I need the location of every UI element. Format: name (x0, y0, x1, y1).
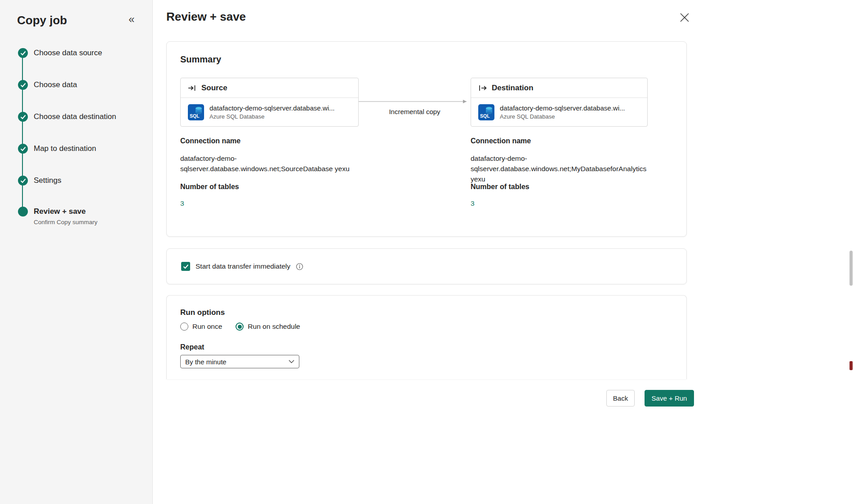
destination-connection-label: Connection name (471, 137, 531, 145)
step-circle-complete (18, 80, 28, 90)
step-circle-complete (18, 112, 28, 122)
scrollbar-thumb[interactable] (850, 251, 853, 286)
transfer-card: Start data transfer immediately (166, 248, 687, 284)
save-run-button[interactable]: Save + Run (645, 390, 694, 407)
check-icon (20, 146, 26, 151)
page-title: Review + save (166, 10, 246, 24)
scrollbar-marker (850, 361, 853, 370)
sidebar-item-choose-data[interactable]: Choose data (34, 80, 77, 90)
run-on-schedule-radio[interactable]: Run on schedule (236, 323, 300, 331)
source-db-name: datafactory-demo-sqlserver.database.wi..… (209, 104, 334, 112)
close-icon[interactable] (678, 11, 691, 24)
radio-circle-selected (236, 323, 244, 331)
step-circle-complete (18, 48, 28, 58)
destination-connection-value: datafactory-demo-sqlserver.database.wind… (471, 153, 651, 184)
sidebar-item-review-save[interactable]: Review + save (34, 207, 86, 217)
arrow-from-bar-icon (478, 84, 487, 92)
source-panel-header: Source (181, 78, 358, 98)
step-sublabel: Confirm Copy summary (34, 219, 98, 225)
destination-panel-body: SQL datafactory-demo-sqlserver.database.… (471, 98, 647, 126)
start-immediately-checkbox[interactable] (181, 262, 190, 271)
destination-panel: Destination SQL datafactory-demo-sqlserv… (471, 78, 648, 127)
collapse-sidebar-icon[interactable]: « (129, 13, 134, 26)
repeat-select-value: By the minute (185, 358, 227, 366)
copy-flow-arrow (359, 98, 471, 105)
destination-panel-header: Destination (471, 78, 647, 98)
svg-text:SQL: SQL (190, 113, 200, 119)
sidebar-item-settings[interactable]: Settings (34, 176, 61, 186)
destination-tables-count: 3 (471, 199, 475, 208)
step-circle-current (18, 207, 28, 217)
copy-type-label: Incremental copy (359, 108, 471, 115)
radio-circle (180, 323, 188, 331)
source-panel-title: Source (201, 84, 227, 93)
source-db-type: Azure SQL Database (209, 113, 334, 120)
check-icon (20, 178, 26, 183)
source-tables-count: 3 (180, 199, 184, 208)
summary-title: Summary (180, 54, 221, 65)
source-panel-body: SQL datafactory-demo-sqlserver.database.… (181, 98, 358, 126)
repeat-select[interactable]: By the minute (180, 355, 299, 368)
run-options-title: Run options (180, 308, 225, 317)
sidebar-item-map-to-destination[interactable]: Map to destination (34, 144, 96, 154)
source-connection-value: datafactory-demo-sqlserver.database.wind… (180, 153, 361, 174)
step-circle-complete (18, 176, 28, 186)
destination-tables-label: Number of tables (471, 183, 529, 191)
run-on-schedule-label: Run on schedule (248, 323, 300, 331)
azure-sql-database-icon: SQL (188, 104, 204, 120)
check-icon (20, 83, 26, 88)
step-connector-line (22, 53, 23, 212)
wizard-sidebar: Copy job « Choose data source Choose dat… (0, 0, 153, 504)
run-once-radio[interactable]: Run once (180, 323, 222, 331)
step-circle-complete (18, 144, 28, 154)
back-button[interactable]: Back (606, 390, 635, 407)
destination-db-type: Azure SQL Database (500, 113, 625, 120)
svg-text:SQL: SQL (480, 113, 490, 119)
start-immediately-label: Start data transfer immediately (196, 262, 290, 270)
destination-panel-title: Destination (492, 84, 534, 93)
sidebar-item-choose-data-destination[interactable]: Choose data destination (34, 112, 116, 122)
info-icon[interactable] (296, 263, 303, 270)
arrow-into-bar-icon (188, 84, 197, 92)
destination-db-name: datafactory-demo-sqlserver.database.wi..… (500, 104, 625, 112)
source-connection-label: Connection name (180, 137, 240, 145)
sidebar-title: Copy job (17, 13, 67, 27)
sidebar-item-choose-data-source[interactable]: Choose data source (34, 48, 102, 58)
check-icon (20, 115, 26, 119)
repeat-label: Repeat (180, 343, 204, 351)
run-options-card: Run options Run once Run on schedule Rep… (166, 295, 687, 379)
run-once-label: Run once (192, 323, 222, 331)
check-icon (183, 264, 189, 269)
summary-card: Summary Source SQL datafactory-demo-sqls… (166, 41, 687, 237)
source-tables-label: Number of tables (180, 183, 239, 191)
azure-sql-database-icon: SQL (478, 104, 494, 120)
chevron-down-icon (289, 360, 294, 363)
check-icon (20, 51, 26, 56)
source-panel: Source SQL datafactory-demo-sqlserver.da… (180, 78, 359, 127)
